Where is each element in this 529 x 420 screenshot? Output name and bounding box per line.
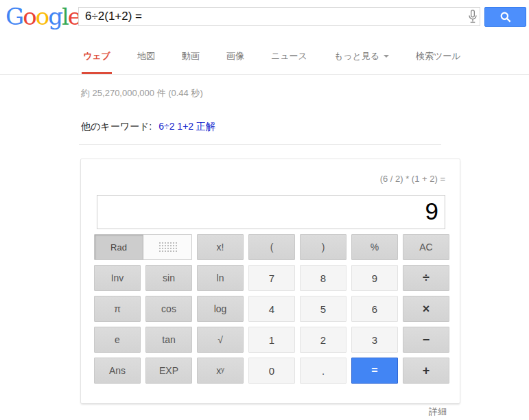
microphone-icon[interactable]	[466, 9, 480, 25]
calc-key-decimal-point[interactable]: .	[300, 358, 346, 384]
calculator-expression: (6 / 2) * (1 + 2) =	[380, 174, 445, 184]
calc-key-open-paren[interactable]: (	[248, 234, 295, 260]
calc-key-divide[interactable]: ÷	[403, 265, 449, 291]
tab-news[interactable]: ニュース	[270, 40, 309, 74]
calc-key-percent[interactable]: %	[351, 234, 398, 260]
calc-key-tangent[interactable]: tan	[145, 327, 192, 353]
tab-search-tools[interactable]: 検索ツール	[414, 40, 462, 74]
calc-key-plus[interactable]: +	[403, 358, 449, 384]
logo-letter: l	[62, 3, 68, 30]
tab-web[interactable]: ウェブ	[82, 40, 112, 74]
calc-key-answer[interactable]: Ans	[94, 358, 141, 384]
logo-letter: o	[23, 3, 35, 30]
calc-key-minus[interactable]: −	[403, 327, 449, 353]
calc-key-log[interactable]: log	[197, 296, 244, 322]
calc-key-digit-9[interactable]: 9	[351, 265, 398, 291]
calc-key-digit-0[interactable]: 0	[248, 358, 295, 384]
tab-videos[interactable]: 動画	[180, 40, 201, 74]
logo-letter: o	[36, 3, 48, 30]
related-keywords-link[interactable]: 6÷2 1+2 正解	[158, 121, 215, 132]
calc-key-euler-number[interactable]: e	[94, 327, 141, 353]
calc-key-pi[interactable]: π	[94, 296, 141, 322]
related-keywords: 他のキーワード:6÷2 1+2 正解	[81, 121, 215, 133]
calc-key-natural-log[interactable]: ln	[197, 265, 244, 291]
calculator-display: 9	[97, 195, 445, 229]
calculator-result: 9	[97, 196, 445, 227]
calc-key-digit-6[interactable]: 6	[351, 296, 398, 322]
calculator-card: (6 / 2) * (1 + 2) = 9 Rad x!()%ACInvsinl…	[80, 159, 460, 404]
logo-letter: G	[5, 3, 23, 30]
rad-toggle-button[interactable]: Rad	[95, 235, 143, 259]
rad-deg-toggle: Rad	[94, 234, 192, 260]
google-logo[interactable]: Google	[5, 1, 80, 32]
search-button[interactable]	[484, 7, 526, 27]
calc-key-digit-4[interactable]: 4	[248, 296, 295, 322]
calc-key-digit-1[interactable]: 1	[248, 327, 295, 353]
result-stats: 約 25,270,000,000 件 (0.44 秒)	[81, 87, 203, 100]
calc-key-cosine[interactable]: cos	[145, 296, 192, 322]
calc-key-square-root[interactable]: √	[197, 327, 244, 353]
tab-more[interactable]: もっと見る	[333, 40, 390, 74]
calc-key-exponent[interactable]: EXP	[145, 358, 192, 384]
section-divider	[79, 144, 441, 145]
calc-key-multiply[interactable]: ×	[403, 296, 449, 322]
calc-key-digit-3[interactable]: 3	[351, 327, 398, 353]
calc-key-x-power-y[interactable]: xʸ	[197, 358, 244, 384]
magnifier-icon	[499, 10, 513, 24]
calc-key-inverse[interactable]: Inv	[94, 265, 141, 291]
calc-key-sine[interactable]: sin	[145, 265, 192, 291]
results-tab-bar: ウェブ地図動画画像ニュースもっと見る検索ツール	[0, 40, 529, 75]
calc-key-close-paren[interactable]: )	[300, 234, 346, 260]
deg-toggle-button[interactable]	[143, 235, 191, 259]
details-link[interactable]: 詳細	[80, 406, 447, 418]
calc-key-digit-8[interactable]: 8	[300, 265, 346, 291]
calc-key-digit-2[interactable]: 2	[300, 327, 346, 353]
calc-key-all-clear[interactable]: AC	[403, 234, 449, 260]
dotted-grid-icon	[158, 242, 177, 253]
tab-images[interactable]: 画像	[225, 40, 246, 74]
calc-key-equals[interactable]: =	[351, 358, 398, 384]
chevron-down-icon	[384, 55, 389, 58]
calc-key-factorial[interactable]: x!	[197, 234, 244, 260]
search-input[interactable]	[78, 7, 480, 26]
calc-key-digit-7[interactable]: 7	[248, 265, 295, 291]
tab-maps[interactable]: 地図	[136, 40, 156, 74]
logo-letter: g	[48, 3, 62, 30]
calculator-keypad: Rad x!()%ACInvsinln789÷πcoslog456×etan√1…	[94, 234, 449, 384]
related-keywords-label: 他のキーワード:	[81, 121, 152, 132]
calc-key-digit-5[interactable]: 5	[300, 296, 346, 322]
